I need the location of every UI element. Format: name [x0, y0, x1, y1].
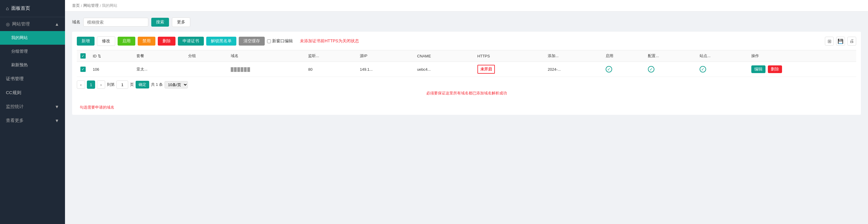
disable-button[interactable]: 禁用 [138, 37, 155, 46]
https-status-badge: 未开启 [477, 65, 495, 74]
table-header-row: ✓ ID ⇅ 套餐 分组 域名 监听... 源IP CNAME HTTPS 添加… [77, 50, 856, 62]
sidebar-website-management[interactable]: ◎ 网站管理 ▲ [0, 17, 65, 31]
td-id: 106 [89, 62, 133, 77]
next-page-btn[interactable]: › [97, 81, 105, 89]
page-label: 页 [130, 82, 134, 87]
row-edit-button[interactable]: 编辑 [751, 65, 766, 73]
sidebar-home-label: 面板首页 [11, 5, 30, 11]
td-plan: 亚太... [133, 62, 185, 77]
td-https: 未开启 [474, 62, 545, 77]
sidebar-item-cert-management[interactable]: 证书管理 [0, 72, 65, 86]
toolbar-right-icons: ⊞ 💾 🖨 [825, 37, 856, 46]
th-config: 配置... [644, 50, 696, 62]
th-domain: 域名 [227, 50, 305, 62]
chevron-down-icon2: ▼ [55, 118, 59, 123]
monitor-stats-label: 监控统计 [6, 104, 24, 110]
my-site-label: 我的网站 [11, 35, 28, 40]
td-config: ✓ [644, 62, 696, 77]
new-window-checkbox[interactable] [267, 39, 271, 43]
home-icon: ⌂ [6, 6, 9, 11]
select-all-checkbox[interactable]: ✓ [80, 53, 86, 59]
sidebar-item-view-more[interactable]: 查看更多 ▼ [0, 114, 65, 128]
breadcrumb-home[interactable]: 首页 [72, 3, 80, 8]
table-card: 新增 修改 启用 禁用 删除 申请证书 解锁黑名单 清空缓存 新窗口编辑 未添加… [72, 32, 861, 115]
sidebar-website-management-label: 网站管理 [12, 21, 30, 27]
sidebar-item-my-site[interactable]: 我的网站 [0, 31, 65, 45]
td-add-time: 2024-... [544, 62, 602, 77]
th-check: ✓ [77, 50, 89, 62]
breadcrumb: 首页 / 网站管理 / 我的网站 [65, 0, 868, 11]
resolve-hint-text: 必须要保证这里所有域名都已添加域名解析成功 [426, 91, 507, 95]
goto-page-input[interactable] [116, 81, 128, 89]
https-notice: 未添加证书前HTTPS为关闭状态 [300, 38, 359, 44]
add-button[interactable]: 新增 [77, 37, 95, 46]
pagination-area: ‹ 1 › 到第 页 确定 共 1 条 10条/页 20条/页 50条/页 [77, 81, 856, 96]
new-window-label: 新窗口编辑 [272, 38, 293, 44]
breadcrumb-website-management[interactable]: 网站管理 [83, 3, 99, 8]
chevron-up-icon: ▲ [55, 22, 59, 27]
edit-button[interactable]: 修改 [97, 36, 115, 46]
pagination: ‹ 1 › 到第 页 确定 共 1 条 10条/页 20条/页 50条/页 [77, 81, 856, 89]
sidebar-item-refresh-preheat[interactable]: 刷新预热 [0, 58, 65, 72]
sidebar-home[interactable]: ⌂ 面板首页 [0, 0, 65, 17]
sidebar-item-group-management[interactable]: 分组管理 [0, 45, 65, 58]
main-content: 首页 / 网站管理 / 我的网站 域名 搜索 更多 新增 修改 启用 禁用 删除… [65, 0, 868, 224]
apply-cert-button[interactable]: 申请证书 [178, 37, 204, 46]
clear-cache-button[interactable]: 清空缓存 [239, 37, 265, 46]
grid-view-icon[interactable]: ⊞ [825, 37, 834, 46]
th-group: 分组 [185, 50, 227, 62]
enabled-icon: ✓ [606, 66, 612, 73]
td-operation: 编辑 删除 [748, 62, 856, 77]
goto-label: 到第 [107, 82, 115, 87]
td-site: ✓ [696, 62, 748, 77]
confirm-page-btn[interactable]: 确定 [135, 81, 149, 88]
th-add-time: 添加... [544, 50, 602, 62]
chevron-down-icon: ▼ [55, 104, 59, 109]
td-group [185, 62, 227, 77]
unlock-blacklist-button[interactable]: 解锁黑名单 [206, 37, 236, 46]
th-listen: 监听... [305, 50, 356, 62]
th-id: ID ⇅ [89, 50, 133, 62]
table-row: ✓ 106 亚太... ██████ 80 149.1... uebc4... … [77, 62, 856, 77]
config-icon: ✓ [648, 66, 654, 73]
th-plan: 套餐 [133, 50, 185, 62]
delete-button[interactable]: 删除 [158, 37, 176, 46]
page-content: 域名 搜索 更多 新增 修改 启用 禁用 删除 申请证书 解锁黑名单 清空缓存 … [65, 11, 868, 224]
check-hint-text: 勾选需要申请的域名 [80, 105, 114, 110]
th-cname: CNAME [414, 50, 474, 62]
more-button[interactable]: 更多 [172, 18, 190, 27]
search-button[interactable]: 搜索 [151, 18, 169, 27]
sidebar-item-monitor-stats[interactable]: 监控统计 ▼ [0, 100, 65, 114]
sidebar: ⌂ 面板首页 ◎ 网站管理 ▲ 我的网站 分组管理 刷新预热 证书管理 CC规则… [0, 0, 65, 224]
cert-management-label: 证书管理 [6, 76, 24, 82]
toolbar: 新增 修改 启用 禁用 删除 申请证书 解锁黑名单 清空缓存 新窗口编辑 未添加… [77, 36, 856, 46]
prev-page-btn[interactable]: ‹ [77, 81, 85, 89]
th-https: HTTPS [474, 50, 545, 62]
th-operation: 操作 [748, 50, 856, 62]
enable-button[interactable]: 启用 [118, 37, 135, 46]
td-source-ip: 149.1... [356, 62, 414, 77]
website-management-icon: ◎ [6, 22, 10, 27]
sidebar-item-cc-rules[interactable]: CC规则 [0, 86, 65, 100]
row-checkbox[interactable]: ✓ [80, 66, 86, 72]
print-icon[interactable]: 🖨 [847, 37, 856, 46]
th-enabled: 启用 [602, 50, 645, 62]
https-notice-text: 未添加证书前HTTPS为关闭状态 [300, 38, 359, 44]
breadcrumb-sep1: / [81, 4, 82, 8]
sidebar-sub-items: 我的网站 分组管理 刷新预热 [0, 31, 65, 72]
resolve-hint: 必须要保证这里所有域名都已添加域名解析成功 [77, 90, 856, 96]
total-label: 共 1 条 [151, 82, 163, 87]
domain-label: 域名 [72, 20, 80, 25]
check-hint-area: 勾选需要申请的域名 [77, 105, 856, 110]
td-domain: ██████ [227, 62, 305, 77]
save-icon[interactable]: 💾 [836, 37, 845, 46]
cc-rules-label: CC规则 [6, 90, 21, 95]
search-input[interactable] [83, 18, 148, 27]
breadcrumb-my-site: 我的网站 [102, 3, 117, 8]
per-page-select[interactable]: 10条/页 20条/页 50条/页 [164, 81, 188, 88]
current-page-btn[interactable]: 1 [87, 81, 95, 89]
search-bar: 域名 搜索 更多 [72, 18, 861, 27]
new-window-checkbox-label[interactable]: 新窗口编辑 [267, 38, 293, 44]
row-delete-button[interactable]: 删除 [768, 65, 782, 73]
td-enabled: ✓ [602, 62, 645, 77]
